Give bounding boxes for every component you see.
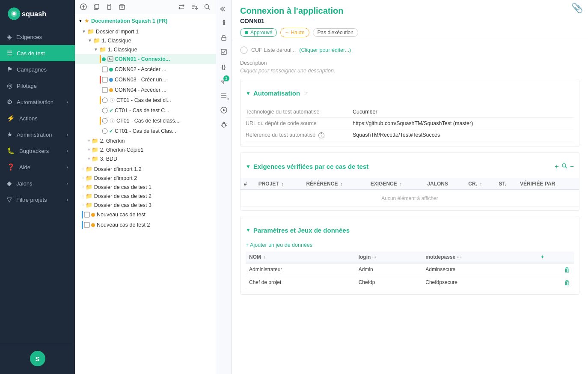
sidebar-item-cas-de-test[interactable]: ☰ Cas de test	[0, 45, 75, 61]
automatisation-icon: ⚙	[7, 98, 12, 106]
tree-row-dossier-12[interactable]: + 📁 Dossier d'import 1.2	[75, 165, 216, 174]
tree-row-nouveau-2[interactable]: Nouveau cas de test 2	[75, 220, 216, 230]
list-btn[interactable]: 3	[217, 89, 230, 102]
th-cr[interactable]: CR. ↕	[465, 178, 495, 190]
svg-line-19	[208, 8, 210, 9]
field-row-reference: Référence du test automatisé ? SquashTM/…	[246, 129, 574, 141]
sidebar-item-campagnes[interactable]: ⚑ Campagnes	[0, 61, 75, 78]
chevron-right-icon-admin: ›	[67, 132, 68, 137]
sidebar-item-pilotage[interactable]: ◎ Pilotage	[0, 78, 75, 94]
svg-rect-34	[221, 49, 226, 54]
tree-label-conn04: CONN04 - Accéder ...	[115, 87, 166, 93]
tree-label-dossier-import-2: Dossier d'import 2	[94, 175, 137, 181]
sidebar-item-filtre-projets[interactable]: ▽ Filtre projets ›	[0, 191, 75, 208]
th-projet[interactable]: PROJET ↕	[255, 178, 303, 190]
th-exigence[interactable]: EXIGENCE ↕	[367, 178, 424, 190]
cas-de-test-icon: ☰	[7, 49, 12, 57]
svg-rect-23	[102, 77, 107, 82]
parametres-header[interactable]: ▼ Paramètres et Jeux de données	[241, 223, 579, 237]
tree-swap-btn[interactable]	[176, 3, 187, 11]
tree-row-ct01-a[interactable]: CT01 - Cas de test cl...	[75, 95, 216, 105]
code-btn[interactable]: {}	[217, 60, 230, 73]
sidebar-item-jalons[interactable]: ◆ Jalons ›	[0, 175, 75, 191]
badge-approved[interactable]: Approuvé	[240, 28, 277, 37]
sidebar: squash ◈ Exigences ☰ Cas de test ⚑ Campa…	[0, 0, 75, 374]
tree-row-dossier-cas-3[interactable]: + 📁 Dossier de cas de test 3	[75, 200, 216, 209]
info-btn[interactable]: ℹ	[217, 16, 230, 29]
tree-paste-btn[interactable]	[104, 3, 114, 11]
bug-btn[interactable]	[217, 118, 230, 131]
params-motdepasse-1: Chefdpsecure	[422, 276, 538, 289]
tree-row-dossier-import-2[interactable]: + 📁 Dossier d'import 2	[75, 174, 216, 183]
th-nom[interactable]: NOM ↑	[246, 251, 355, 263]
tree-row-ct01-d[interactable]: ✔ CT01 - Cas de test Clas...	[75, 126, 216, 136]
description-placeholder[interactable]: Cliquer pour renseigner une description.	[240, 68, 579, 74]
exigences-search-btn[interactable]	[561, 163, 567, 171]
sidebar-item-aide[interactable]: ❓ Aide ›	[0, 159, 75, 175]
tree-search-btn[interactable]	[202, 3, 212, 11]
tree-row-gherkin-copie1[interactable]: + 📁 2. Gherkin-Copie1	[75, 145, 216, 154]
exigences-header[interactable]: ▼ Exigences vérifiées par ce cas de test…	[241, 159, 579, 174]
chevron-right-icon-aide: ›	[67, 165, 68, 170]
tree-root[interactable]: ▼ ★ Documentation Squash 1 (FR)	[75, 16, 216, 26]
tree-row-dossier-cas-2[interactable]: + 📁 Dossier de cas de test 2	[75, 191, 216, 200]
sidebar-item-actions[interactable]: ⚡ Actions	[0, 110, 75, 126]
tree-row-conn01[interactable]: CONN01 - Connexio...	[75, 54, 216, 64]
badge-exec[interactable]: Pas d'exécution	[313, 28, 358, 37]
lock-btn[interactable]	[217, 31, 230, 44]
th-reference[interactable]: RÉFÉRENCE ↕	[303, 178, 367, 190]
tree-label: 1. Classique	[102, 38, 131, 44]
svg-text:squash: squash	[22, 10, 46, 18]
tree-row-nouveau-1[interactable]: Nouveau cas de test	[75, 209, 216, 220]
tree-label-gherkin-copie1: 2. Gherkin-Copie1	[100, 147, 143, 153]
cuf-edit-link[interactable]: (Cliquer pour éditer...)	[299, 47, 351, 53]
th-motdepasse[interactable]: motdepasse ···	[422, 251, 538, 263]
check-btn[interactable]	[217, 45, 230, 58]
automatisation-header[interactable]: ▼ Automatisation ☞	[241, 86, 579, 100]
badge-haute[interactable]: ~ Haute	[280, 28, 309, 37]
tree-row-gherkin-2[interactable]: + 📁 2. Gherkin	[75, 136, 216, 145]
tree-sort-btn[interactable]	[189, 3, 199, 11]
params-del-btn-0[interactable]: 🗑	[564, 266, 570, 273]
params-del-btn-1[interactable]: 🗑	[564, 279, 570, 286]
tree-row-ct01-b[interactable]: ✔ CT01 - Cas de test C...	[75, 105, 216, 116]
th-login[interactable]: login ···	[355, 251, 422, 263]
svg-rect-24	[102, 87, 107, 93]
tree-label-nouveau-2: Nouveau cas de test 2	[97, 222, 150, 228]
svg-rect-31	[84, 212, 89, 217]
play-btn[interactable]	[217, 104, 230, 117]
tree-label: 1. Classique	[108, 47, 137, 53]
params-table: NOM ↑ login ··· motdepasse ··· + Adminis…	[246, 251, 574, 289]
cuf-label: CUF Liste déroul...	[251, 47, 296, 53]
tree-row-bdd-3[interactable]: + 📁 3. BDD	[75, 154, 216, 163]
tree-row-conn02[interactable]: CONN02 - Accéder ...	[75, 64, 216, 75]
exigences-add-btn[interactable]: +	[555, 163, 558, 171]
exigences-remove-btn[interactable]: −	[570, 163, 574, 171]
aide-icon: ❓	[7, 163, 15, 171]
tree-row-conn04[interactable]: CONN04 - Accéder ...	[75, 85, 216, 95]
tree-row-conn03[interactable]: CONN03 - Créer un ...	[75, 75, 216, 85]
panel-collapse-btn[interactable]	[218, 3, 229, 15]
tree-add-btn[interactable]	[78, 3, 89, 11]
svg-point-2	[12, 12, 15, 15]
tree-row-dossier-import-1[interactable]: ▼ 📁 Dossier d'import 1	[75, 27, 216, 36]
add-dataset-btn[interactable]: + Ajouter un jeu de données	[246, 242, 312, 248]
sidebar-item-administration[interactable]: ★ Administration ›	[0, 126, 75, 143]
tree-row-dossier-cas-1[interactable]: + 📁 Dossier de cas de test 1	[75, 183, 216, 191]
params-nom-1: Chef de projet	[246, 276, 355, 289]
sidebar-item-automatisation[interactable]: ⚙ Automatisation ›	[0, 94, 75, 110]
th-add-col[interactable]: +	[538, 251, 574, 263]
sidebar-item-bugtrackers[interactable]: 🐛 Bugtrackers ›	[0, 143, 75, 159]
tree-row-classique-1-sub[interactable]: ▼ 📁 1. Classique	[75, 45, 216, 54]
sidebar-item-label: Cas de test	[17, 50, 45, 57]
avatar[interactable]: S	[30, 351, 45, 366]
tree-delete-btn[interactable]	[117, 3, 127, 11]
tree-content: ▼ ★ Documentation Squash 1 (FR) ▼ 📁 Doss…	[75, 14, 216, 374]
tree-row-classique-1[interactable]: ▼ 📁 1. Classique	[75, 36, 216, 45]
tree-copy-btn[interactable]	[91, 3, 101, 11]
share-btn[interactable]: 3	[217, 75, 230, 87]
sidebar-item-exigences[interactable]: ◈ Exigences	[0, 29, 75, 45]
mouse-cursor: ☞	[303, 90, 309, 96]
tree-label-conn03: CONN03 - Créer un ...	[115, 77, 168, 83]
tree-row-ct01-c[interactable]: CT01 - Cas de test class...	[75, 116, 216, 126]
